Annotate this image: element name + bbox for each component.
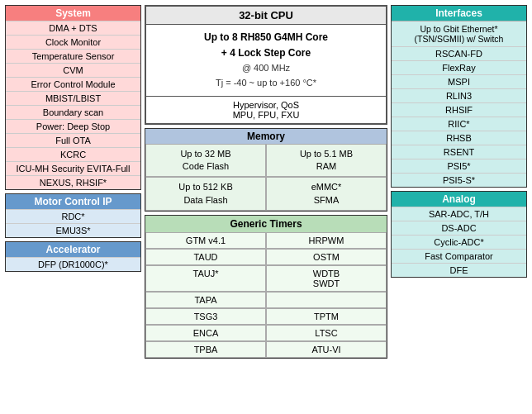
analog-section: Analog SAR-ADC, T/H DS-ADC Cyclic-ADC* F… [391,191,527,278]
timer-hrpwm: HRPWM [266,232,387,249]
system-item-temp: Temperature Sensor [6,49,140,63]
timers-header: Generic Timers [145,216,387,232]
system-item-icu: ICU-MH Security EVITA-Full [6,161,140,175]
right-column: Interfaces Up to Gbit Ethernet*(TSN/SGMI… [391,5,527,409]
timer-tptm: TPTM [266,308,387,325]
cpu-section: 32-bit CPU Up to 8 RH850 G4MH Core + 4 L… [145,5,387,125]
system-item-boundary: Boundary scan [6,105,140,119]
cpu-line3: @ 400 MHz [150,61,382,76]
system-item-cvm: CVM [6,63,140,77]
memory-cell-3: eMMC*SFMA [266,177,387,211]
motor-section: Motor Control IP RDC* EMU3S* [5,193,141,238]
memory-section: Memory Up to 32 MBCode Flash Up to 5.1 M… [145,128,387,212]
interfaces-top: Up to Gbit Ethernet*(TSN/SGMII) w/ Switc… [392,21,526,46]
memory-cell-2: Up to 512 KBData Flash [145,177,266,211]
memory-cell-0: Up to 32 MBCode Flash [145,144,266,178]
motor-header: Motor Control IP [6,194,140,209]
system-item-nexus: NEXUS, RHSIF* [6,175,140,189]
timer-tsg3: TSG3 [145,308,266,325]
iface-rhsif: RHSIF [392,102,526,117]
timer-wdtb: WDTBSWDT [266,265,387,292]
memory-header: Memory [145,129,387,144]
accelerator-section: Accelerator DFP (DR1000C)* [5,241,141,272]
analog-cyclic: Cyclic-ADC* [392,235,526,249]
analog-ds: DS-ADC [392,221,526,235]
timer-taud: TAUD [145,249,266,265]
system-item-dma: DMA + DTS [6,21,140,35]
timer-tapa: TAPA [145,292,266,308]
analog-dfe: DFE [392,263,526,277]
iface-mspi: MSPI [392,74,526,88]
timer-ltsc: LTSC [266,325,387,341]
accelerator-item-dfp: DFP (DR1000C)* [6,257,140,271]
timer-tpba: TPBA [145,341,266,358]
timer-empty [266,292,387,308]
timer-ostm: OSTM [266,249,387,265]
timer-atu: ATU-VI [266,341,387,358]
system-item-ota: Full OTA [6,133,140,147]
system-item-ecm: Error Control Module [6,77,140,91]
iface-psi5: PSI5* [392,159,526,173]
analog-header: Analog [392,192,526,207]
cpu-hyp: Hypervisor, QoS MPU, FPU, FXU [146,96,386,123]
iface-flexray: FlexRay [392,60,526,74]
iface-rscan: RSCAN-FD [392,46,526,60]
iface-riic: RIIC* [392,117,526,131]
timer-gtm: GTM v4.1 [145,232,266,249]
left-column: System DMA + DTS Clock Monitor Temperatu… [5,5,141,409]
iface-rlin3: RLIN3 [392,88,526,102]
system-header: System [6,6,140,21]
memory-grid: Up to 32 MBCode Flash Up to 5.1 MBRAM Up… [145,144,387,212]
iface-rhsb: RHSB [392,131,526,145]
iface-rsent: RSENT [392,145,526,159]
iface-psi5s: PSI5-S* [392,173,526,187]
system-section: System DMA + DTS Clock Monitor Temperatu… [5,5,141,190]
timer-tauj: TAUJ* [145,265,266,292]
cpu-line1: Up to 8 RH850 G4MH Core [150,30,382,45]
main-container: System DMA + DTS Clock Monitor Temperatu… [0,0,532,414]
timer-enca: ENCA [145,325,266,341]
system-item-kcrc: KCRC [6,147,140,161]
analog-sar: SAR-ADC, T/H [392,207,526,221]
cpu-line4: Tj = -40 ~ up to +160 °C* [150,76,382,91]
system-item-mbist: MBIST/LBIST [6,91,140,105]
cpu-line2: + 4 Lock Step Core [150,45,382,61]
analog-fast: Fast Comparator [392,249,526,263]
timers-section: Generic Timers GTM v4.1 HRPWM TAUD OSTM … [145,215,387,359]
cpu-header: 32-bit CPU [146,7,386,25]
interfaces-section: Interfaces Up to Gbit Ethernet*(TSN/SGMI… [391,5,527,188]
interfaces-header: Interfaces [392,6,526,21]
motor-item-rdc: RDC* [6,209,140,223]
system-item-power: Power: Deep Stop [6,119,140,133]
accelerator-header: Accelerator [6,242,140,257]
cpu-content: Up to 8 RH850 G4MH Core + 4 Lock Step Co… [146,25,386,96]
center-column: 32-bit CPU Up to 8 RH850 G4MH Core + 4 L… [145,5,387,409]
system-item-clock: Clock Monitor [6,35,140,49]
timers-grid: GTM v4.1 HRPWM TAUD OSTM TAUJ* WDTBSWDT … [145,232,387,358]
memory-cell-1: Up to 5.1 MBRAM [266,144,387,178]
motor-item-emu: EMU3S* [6,223,140,237]
